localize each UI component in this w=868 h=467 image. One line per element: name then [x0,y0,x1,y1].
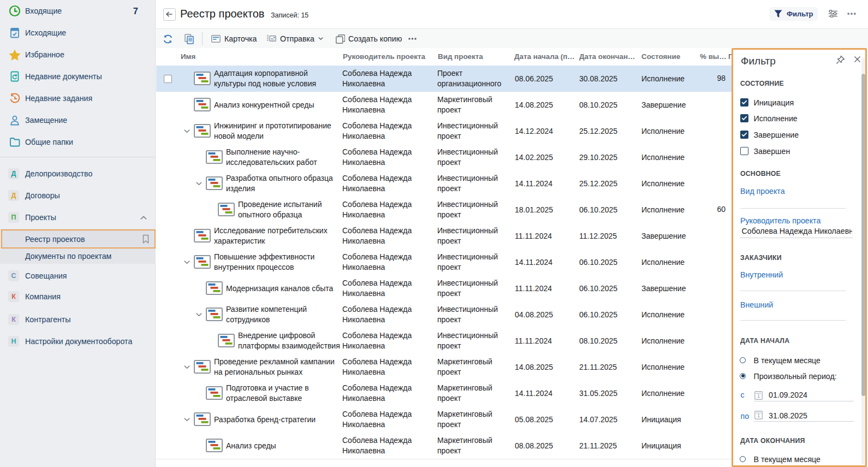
svg-text:1: 1 [757,393,760,399]
svg-text:1: 1 [757,413,760,418]
